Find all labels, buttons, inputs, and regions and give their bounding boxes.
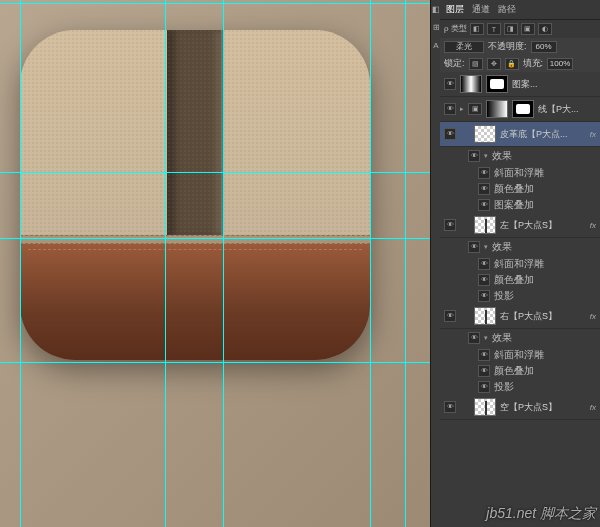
- layer-name[interactable]: 左【P大点S】: [500, 219, 586, 232]
- visibility-toggle-icon[interactable]: 👁: [444, 401, 456, 413]
- visibility-toggle-icon[interactable]: 👁: [478, 290, 490, 302]
- visibility-toggle-icon[interactable]: 👁: [468, 241, 480, 253]
- visibility-toggle-icon[interactable]: 👁: [478, 349, 490, 361]
- guide-horizontal[interactable]: [0, 3, 430, 4]
- chevron-down-icon[interactable]: ▾: [484, 243, 488, 251]
- panel-tabs: 图层 通道 路径: [440, 0, 600, 20]
- visibility-toggle-icon[interactable]: 👁: [444, 310, 456, 322]
- visibility-toggle-icon[interactable]: 👁: [478, 365, 490, 377]
- lock-all-icon[interactable]: 🔒: [505, 58, 519, 70]
- visibility-toggle-icon[interactable]: 👁: [468, 332, 480, 344]
- blend-opacity-row: 不透明度:: [440, 38, 600, 55]
- mini-toolbar: ◧ ⊞ A: [430, 0, 440, 527]
- visibility-toggle-icon[interactable]: 👁: [478, 258, 490, 270]
- effect-item[interactable]: 👁颜色叠加: [440, 363, 600, 379]
- filter-pixel-icon[interactable]: ◧: [470, 23, 484, 35]
- guide-vertical[interactable]: [405, 0, 406, 527]
- fx-badge[interactable]: fx: [590, 312, 596, 321]
- visibility-toggle-icon[interactable]: 👁: [478, 183, 490, 195]
- effect-item[interactable]: 👁斜面和浮雕: [440, 256, 600, 272]
- visibility-toggle-icon[interactable]: 👁: [478, 199, 490, 211]
- fx-badge[interactable]: fx: [590, 403, 596, 412]
- fx-badge[interactable]: fx: [590, 221, 596, 230]
- visibility-toggle-icon[interactable]: 👁: [444, 103, 456, 115]
- layer-row[interactable]: 👁 左【P大点S】 fx: [440, 213, 600, 238]
- layer-thumb[interactable]: [474, 216, 496, 234]
- effect-item[interactable]: 👁斜面和浮雕: [440, 347, 600, 363]
- layer-row[interactable]: 👁 空【P大点S】 fx: [440, 395, 600, 420]
- layer-mask-thumb[interactable]: [486, 75, 508, 93]
- folder-icon: ▣: [468, 103, 482, 115]
- guide-vertical[interactable]: [223, 0, 224, 527]
- effect-name: 颜色叠加: [494, 182, 534, 196]
- visibility-toggle-icon[interactable]: 👁: [478, 167, 490, 179]
- effect-item[interactable]: 👁颜色叠加: [440, 181, 600, 197]
- folder-chevron-icon[interactable]: ▸: [460, 105, 464, 113]
- effect-item[interactable]: 👁颜色叠加: [440, 272, 600, 288]
- effect-name: 投影: [494, 289, 514, 303]
- filter-type-icon[interactable]: T: [487, 23, 501, 35]
- layer-name[interactable]: 图案...: [512, 78, 596, 91]
- opacity-label: 不透明度:: [488, 40, 527, 53]
- lock-position-icon[interactable]: ✥: [487, 58, 501, 70]
- effect-item[interactable]: 👁斜面和浮雕: [440, 165, 600, 181]
- effect-item[interactable]: 👁投影: [440, 379, 600, 395]
- effect-name: 斜面和浮雕: [494, 348, 544, 362]
- visibility-toggle-icon[interactable]: 👁: [444, 128, 456, 140]
- fill-input[interactable]: [547, 58, 573, 70]
- effects-label: 效果: [492, 331, 512, 345]
- layers-tree[interactable]: 👁 图案... 👁 ▸ ▣ 线【P大... 👁 皮革底【P大点... fx 👁▾…: [440, 72, 600, 527]
- effect-item[interactable]: 👁图案叠加: [440, 197, 600, 213]
- visibility-toggle-icon[interactable]: 👁: [444, 78, 456, 90]
- layer-mask-thumb[interactable]: [512, 100, 534, 118]
- layer-thumb[interactable]: [474, 307, 496, 325]
- tab-layers[interactable]: 图层: [446, 3, 464, 16]
- layer-name[interactable]: 空【P大点S】: [500, 401, 586, 414]
- guide-vertical[interactable]: [165, 0, 166, 527]
- layer-name[interactable]: 线【P大...: [538, 103, 596, 116]
- visibility-toggle-icon[interactable]: 👁: [478, 274, 490, 286]
- layer-name[interactable]: 右【P大点S】: [500, 310, 586, 323]
- guide-vertical[interactable]: [20, 0, 21, 527]
- layer-thumb[interactable]: [460, 75, 482, 93]
- fx-badge[interactable]: fx: [590, 130, 596, 139]
- filter-adjust-icon[interactable]: ◐: [538, 23, 552, 35]
- tab-channels[interactable]: 通道: [472, 3, 490, 16]
- layers-panel: 图层 通道 路径 ρ 类型 ◧ T ◨ ▣ ◐ 不透明度: 锁定: ▨ ✥ 🔒 …: [440, 0, 600, 527]
- opacity-input[interactable]: [531, 41, 557, 53]
- effects-header[interactable]: 👁▾效果: [440, 238, 600, 256]
- visibility-toggle-icon[interactable]: 👁: [468, 150, 480, 162]
- lock-fill-row: 锁定: ▨ ✥ 🔒 填充:: [440, 55, 600, 72]
- layer-row[interactable]: 👁 皮革底【P大点... fx: [440, 122, 600, 147]
- icon-stitch: [20, 235, 370, 245]
- layer-thumb[interactable]: [474, 125, 496, 143]
- layer-thumb[interactable]: [474, 398, 496, 416]
- layer-row[interactable]: 👁 ▸ ▣ 线【P大...: [440, 97, 600, 122]
- lock-pixels-icon[interactable]: ▨: [469, 58, 483, 70]
- effect-name: 投影: [494, 380, 514, 394]
- chevron-down-icon[interactable]: ▾: [484, 334, 488, 342]
- effects-label: 效果: [492, 149, 512, 163]
- visibility-toggle-icon[interactable]: 👁: [444, 219, 456, 231]
- chevron-down-icon[interactable]: ▾: [484, 152, 488, 160]
- effects-header[interactable]: 👁▾效果: [440, 329, 600, 347]
- effect-item[interactable]: 👁投影: [440, 288, 600, 304]
- guide-horizontal[interactable]: [0, 172, 430, 173]
- visibility-toggle-icon[interactable]: 👁: [478, 381, 490, 393]
- blend-mode-select[interactable]: [444, 41, 484, 53]
- guide-horizontal[interactable]: [0, 238, 430, 239]
- filter-smart-icon[interactable]: ▣: [521, 23, 535, 35]
- effect-name: 斜面和浮雕: [494, 257, 544, 271]
- icon-artwork: [20, 30, 370, 360]
- layer-thumb[interactable]: [486, 100, 508, 118]
- filter-shape-icon[interactable]: ◨: [504, 23, 518, 35]
- guide-vertical[interactable]: [370, 0, 371, 527]
- tab-paths[interactable]: 路径: [498, 3, 516, 16]
- layer-filter-row: ρ 类型 ◧ T ◨ ▣ ◐: [440, 20, 600, 38]
- guide-horizontal[interactable]: [0, 362, 430, 363]
- layer-row[interactable]: 👁 图案...: [440, 72, 600, 97]
- layer-row[interactable]: 👁 右【P大点S】 fx: [440, 304, 600, 329]
- document-canvas[interactable]: [0, 0, 430, 527]
- effects-header[interactable]: 👁▾效果: [440, 147, 600, 165]
- layer-name[interactable]: 皮革底【P大点...: [500, 128, 586, 141]
